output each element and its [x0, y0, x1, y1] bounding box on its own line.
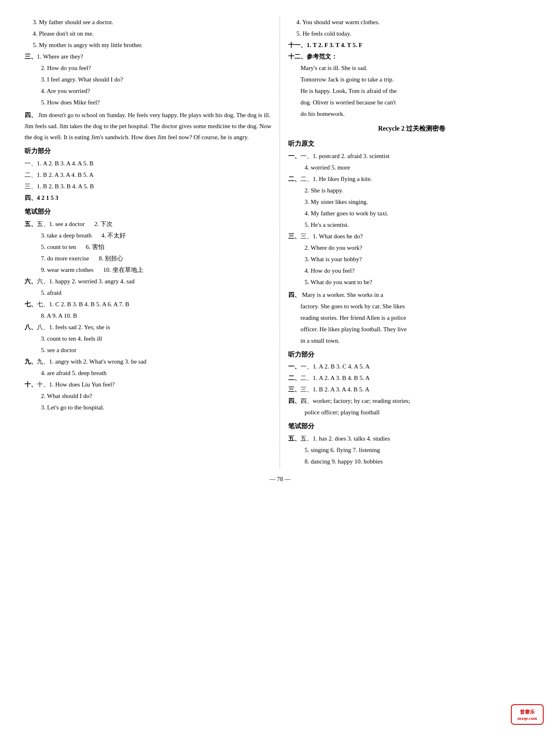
left-column: 3. My father should see a doctor. 4. Ple… — [25, 16, 280, 468]
qi-item: 七、七、1. C 2. B 3. B 4. B 5. A 6. A 7. B — [25, 299, 271, 310]
right-er-2: 2. She is happy. — [305, 185, 535, 196]
logo-line2: mxqe.com — [517, 716, 537, 721]
san-item-3: 3. I feel angry. What should I do? — [41, 74, 271, 85]
right-er-5: 5. He's a scientist. — [305, 219, 535, 231]
jiu-sub: 4. are afraid 5. deep breath — [41, 368, 271, 379]
writing-title-right: 笔试部分 — [288, 420, 535, 432]
right-san-3: 3. What is your hobby? — [305, 254, 535, 265]
listening-title-left: 听力部分 — [25, 145, 271, 157]
right-er-4: 4. My father goes to work by taxi. — [305, 208, 535, 219]
page: 3. My father should see a doctor. 4. Ple… — [0, 0, 560, 737]
writing-title-left: 笔试部分 — [25, 206, 271, 218]
recycle-title: Recycle 2 过关检测密卷 — [288, 123, 535, 135]
right-san-4: 4. How do you feel? — [305, 265, 535, 276]
si-section: 四、 Jim doesn't go to school on Sunday. H… — [25, 110, 271, 143]
qi-sub: 8. A 9. A 10. B — [41, 310, 271, 321]
san-item-2: 2. How do you feel? — [41, 63, 271, 74]
right-column: 4. You should wear warm clothes. 5. He f… — [280, 16, 535, 468]
right-si-p5: in a small town. — [288, 335, 535, 346]
listening-title-right: 听力部分 — [288, 349, 535, 361]
san-item-5: 5. How does Mike feel? — [41, 97, 271, 108]
shi-sub1: 2. What should I do? — [41, 391, 271, 402]
right-yi-sub: 4. worried 5. more — [305, 162, 535, 173]
listening-er: 二、1. B 2. A 3. A 4. B 5. A — [25, 170, 271, 181]
page-number: — 78 — — [25, 476, 535, 483]
wu-item-2: 3. take a deep breath 4. 不太好 — [41, 230, 271, 241]
shi-item: 十、十、1. How does Liu Yun feel? — [25, 379, 271, 390]
left-item-4: 4. Please don't sit on me. — [33, 28, 271, 39]
right-si-p2: factory. She goes to work by car. She li… — [288, 301, 535, 312]
right-si: 四、 Mary is a worker. She works in a — [288, 289, 535, 301]
listening-yi: 一、1. A 2. B 3. A 4. A 5. B — [25, 158, 271, 169]
right-wu: 五、五、1. has 2. does 3. talks 4. studies — [288, 433, 535, 444]
right-san-1: 三、三、1. What does he do? — [288, 231, 535, 242]
right-si-answers2: police officer; playing football — [305, 407, 535, 418]
wu-item-1: 五、五、1. see a doctor 2. 下次 — [25, 219, 271, 230]
ba-sub1: 3. count to ten 4. feels ill — [41, 333, 271, 344]
san-item-4: 4. Are you worried? — [41, 86, 271, 97]
shi-er-para-1: Mary's cat is ill. She is sad. — [288, 63, 535, 74]
listening-san: 三、1. B 2. B 3. B 4. A 5. B — [25, 181, 271, 192]
ba-item: 八、八、1. feels sad 2. Yes; she is — [25, 322, 271, 333]
logo: 普赛乐 mxqe.com — [511, 704, 544, 725]
listening-yuanwen-title: 听力原文 — [288, 138, 535, 150]
liu-sub: 5. afraid — [41, 287, 271, 298]
right-san-5: 5. What do you want to be? — [305, 277, 535, 288]
right-wu-sub1: 5. singing 6. flying 7. listening — [305, 445, 535, 456]
shi-er-para-2: Tomorrow Jack is going to take a trip. — [288, 74, 535, 85]
right-wu-sub2: 8. dancing 9. happy 10. hobbies — [305, 456, 535, 467]
right-yi: 一、一、1. postcard 2. afraid 3. scientist — [288, 151, 535, 162]
shi-er-para-5: do his homework. — [288, 109, 535, 120]
logo-line1: 普赛乐 — [520, 709, 535, 716]
ba-sub2: 5. see a doctor — [41, 345, 271, 356]
right-listening-san: 三、三、1. B 2. A 3. A 4. B 5. A — [288, 384, 535, 395]
liu-item: 六、六、1. happy 2. worried 3. angry 4. sad — [25, 276, 271, 287]
right-er-3: 3. My sister likes singing. — [305, 197, 535, 208]
wu-item-4: 7. do more exercise 8. 别担心 — [41, 253, 271, 264]
right-si-answers: 四、四、worker; factory; by car; reading sto… — [288, 396, 535, 407]
right-item-4: 4. You should wear warm clothes. — [296, 17, 535, 28]
shi-er-title: 十二、参考范文： — [288, 51, 535, 62]
right-si-p3: reading stories. Her friend Allen is a p… — [288, 312, 535, 323]
listening-si: 四、4 2 1 5 3 — [25, 192, 271, 203]
shi-er-para-4: dog. Oliver is worried because he can't — [288, 97, 535, 108]
left-item-5: 5. My mother is angry with my little bro… — [33, 40, 271, 51]
shi-er-para-3: He is happy. Look, Tom is afraid of the — [288, 86, 535, 97]
wu-item-3: 5. count to ten 6. 害怕 — [41, 242, 271, 253]
san-title: 三、1. Where are they? — [25, 51, 271, 62]
right-listening-yi: 一、一、1. A 2. B 3. C 4. A 5. A — [288, 361, 535, 372]
wu-item-5: 9. wear warm clothes 10. 坐在草地上 — [41, 265, 271, 276]
jiu-item: 九、九、1. angry with 2. What's wrong 3. be … — [25, 356, 271, 367]
right-listening-er: 二、二、1. A 2. A 3. B 4. B 5. A — [288, 373, 535, 384]
left-item-3: 3. My father should see a doctor. — [33, 17, 271, 28]
shi-sub2: 3. Let's go to the hospital. — [41, 402, 271, 413]
right-si-p4: officer. He likes playing football. They… — [288, 324, 535, 335]
shi-yi: 十一、1. T 2. F 3. T 4. T 5. F — [288, 40, 535, 51]
right-item-5: 5. He feels cold today. — [296, 28, 535, 39]
right-er-1: 二、二、1. He likes flying a kite. — [288, 174, 535, 185]
right-san-2: 2. Where do you work? — [305, 242, 535, 253]
